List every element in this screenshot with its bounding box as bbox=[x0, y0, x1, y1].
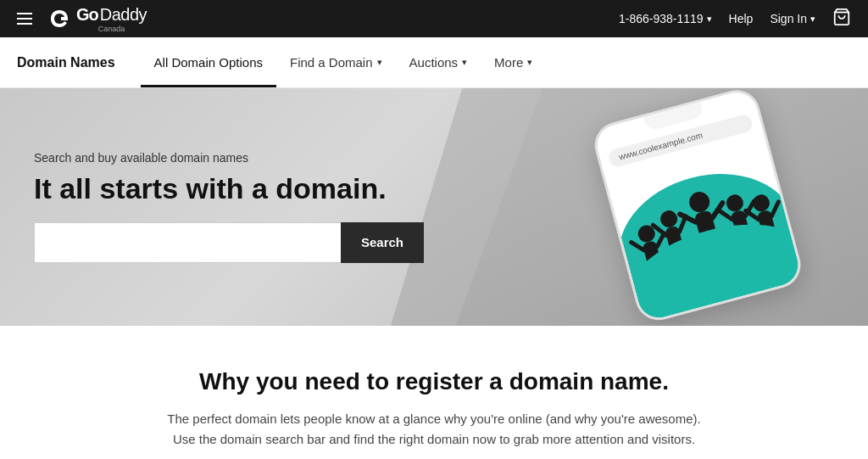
lower-description: The perfect domain lets people know at a… bbox=[154, 409, 714, 450]
logo-go: Go bbox=[76, 5, 98, 25]
nav-item-all-domain-options[interactable]: All Domain Options bbox=[141, 37, 276, 87]
chevron-down-icon: ▾ bbox=[527, 57, 532, 68]
search-button[interactable]: Search bbox=[341, 222, 424, 263]
nav-item-more[interactable]: More ▾ bbox=[481, 37, 546, 87]
nav-brand[interactable]: Domain Names bbox=[17, 55, 115, 70]
svg-point-6 bbox=[659, 209, 679, 229]
nav-item-auctions[interactable]: Auctions ▾ bbox=[396, 37, 481, 87]
svg-point-18 bbox=[751, 193, 771, 213]
chevron-down-icon: ▾ bbox=[462, 57, 467, 68]
hamburger-menu[interactable] bbox=[17, 13, 32, 25]
signin-button[interactable]: Sign In ▾ bbox=[770, 12, 815, 25]
hero-title: It all starts with a domain. bbox=[34, 173, 390, 204]
godaddy-logo-icon bbox=[44, 3, 75, 34]
cart-button[interactable] bbox=[832, 8, 851, 31]
top-bar-right: 1-866-938-1119 ▾ Help Sign In ▾ bbox=[619, 8, 851, 31]
search-input[interactable] bbox=[34, 222, 341, 263]
svg-point-14 bbox=[725, 193, 745, 213]
help-link[interactable]: Help bbox=[729, 12, 754, 25]
lower-title: Why you need to register a domain name. bbox=[34, 368, 834, 395]
nav-item-find-domain[interactable]: Find a Domain ▾ bbox=[276, 37, 396, 87]
top-bar-left: GoDaddy Canada bbox=[17, 3, 147, 34]
svg-line-21 bbox=[769, 202, 782, 216]
svg-point-10 bbox=[687, 189, 711, 214]
phone-number[interactable]: 1-866-938-1119 ▾ bbox=[619, 12, 712, 25]
domain-search-bar: Search bbox=[34, 222, 424, 263]
chevron-down-icon: ▾ bbox=[377, 57, 382, 68]
hero-subtitle: Search and buy available domain names bbox=[34, 151, 390, 165]
chevron-down-icon: ▾ bbox=[707, 14, 712, 25]
top-bar: GoDaddy Canada 1-866-938-1119 ▾ Help Sig… bbox=[0, 0, 868, 37]
nav-links: All Domain Options Find a Domain ▾ Aucti… bbox=[141, 37, 547, 87]
logo-region: Canada bbox=[98, 25, 125, 33]
svg-point-0 bbox=[44, 3, 75, 34]
lower-section: Why you need to register a domain name. … bbox=[0, 326, 868, 459]
svg-line-4 bbox=[632, 239, 644, 253]
people-group bbox=[609, 148, 803, 322]
logo-daddy: Daddy bbox=[100, 5, 147, 25]
secondary-nav: Domain Names All Domain Options Find a D… bbox=[0, 37, 868, 88]
godaddy-logo[interactable]: GoDaddy Canada bbox=[44, 3, 147, 34]
chevron-down-icon: ▾ bbox=[810, 14, 815, 25]
hero-section: Search and buy available domain names It… bbox=[0, 88, 868, 326]
hero-content: Search and buy available domain names It… bbox=[0, 126, 424, 288]
